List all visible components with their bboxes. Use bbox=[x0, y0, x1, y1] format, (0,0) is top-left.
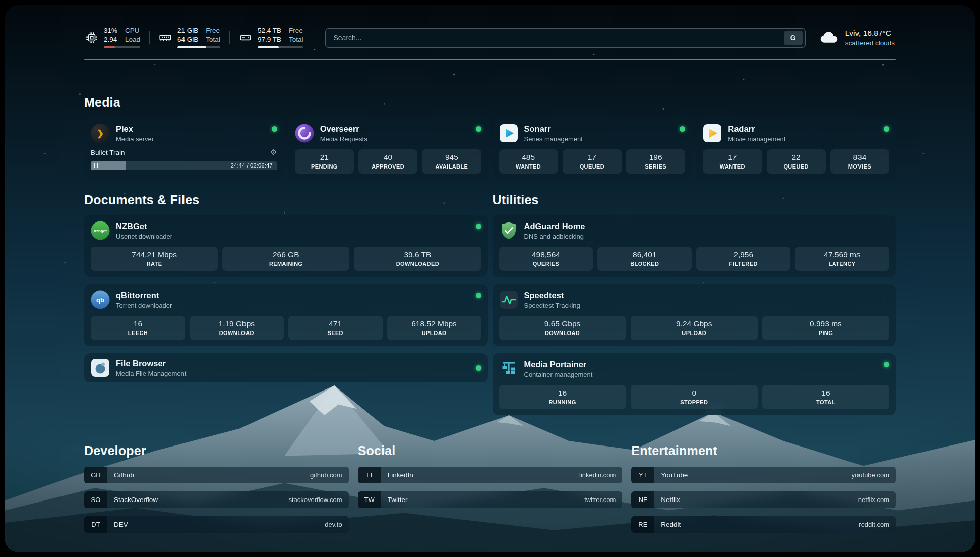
bookmark-name: Netflix bbox=[661, 496, 680, 504]
bookmark-abbr: LI bbox=[358, 467, 381, 483]
cpu-usage-value: 31% bbox=[104, 27, 117, 35]
gear-icon[interactable]: ⚙ bbox=[270, 148, 277, 157]
filebrowser-icon bbox=[91, 358, 110, 377]
status-dot bbox=[884, 126, 889, 132]
status-dot bbox=[680, 126, 685, 132]
status-dot bbox=[476, 224, 481, 229]
service-card-sonarr[interactable]: Sonarr Series management 485 WANTED 17 Q… bbox=[493, 118, 692, 180]
service-title: qBittorrent bbox=[116, 291, 172, 300]
search-bar[interactable]: G bbox=[325, 28, 805, 48]
service-card-portainer[interactable]: Media Portainer Container management 16 … bbox=[493, 353, 896, 415]
service-title: Sonarr bbox=[524, 124, 583, 134]
service-title: AdGuard Home bbox=[524, 221, 585, 231]
status-dot bbox=[272, 126, 277, 132]
bookmark-url: stackoverflow.com bbox=[288, 496, 342, 504]
stat-tile: 16 TOTAL bbox=[762, 385, 889, 409]
service-subtitle: Usenet downloader bbox=[116, 233, 172, 240]
bookmark-abbr: TW bbox=[358, 491, 381, 508]
service-title: NZBGet bbox=[116, 221, 172, 231]
service-card-plex[interactable]: ❯ Plex Media server Bullet Train ⚙ bbox=[84, 118, 284, 180]
stat-tile: 22 QUEUED bbox=[767, 149, 826, 174]
bookmark-dev[interactable]: DT DEV dev.to bbox=[84, 516, 349, 533]
bookmark-abbr: SO bbox=[84, 491, 107, 508]
service-subtitle: Torrent downloader bbox=[116, 302, 172, 309]
service-subtitle: Speedtest Tracking bbox=[524, 302, 580, 309]
service-subtitle: Container management bbox=[524, 371, 593, 378]
service-card-adguard[interactable]: AdGuard Home DNS and adblocking 498,564 … bbox=[493, 215, 896, 277]
bookmarks-entertainment: Entertainment YT YouTube youtube.com NF … bbox=[631, 443, 896, 541]
bookmark-abbr: YT bbox=[631, 467, 654, 483]
service-subtitle: Movie management bbox=[728, 135, 785, 143]
sonarr-icon bbox=[499, 124, 518, 143]
service-card-radarr[interactable]: Radarr Movie management 17 WANTED 22 QUE… bbox=[696, 118, 896, 180]
bookmark-stackoverflow[interactable]: SO StackOverflow stackoverflow.com bbox=[84, 491, 349, 508]
bookmark-reddit[interactable]: RE Reddit reddit.com bbox=[631, 516, 896, 533]
bookmark-name: Twitter bbox=[388, 496, 408, 504]
stat-tile: 39.6 TB DOWNLOADED bbox=[354, 247, 481, 271]
service-card-speedtest[interactable]: Speedtest Speedtest Tracking 9.65 Gbps D… bbox=[493, 284, 896, 346]
service-subtitle: Media Requests bbox=[320, 135, 368, 143]
service-card-qbittorrent[interactable]: qb qBittorrent Torrent downloader bbox=[84, 284, 488, 346]
memory-icon bbox=[159, 31, 172, 44]
service-card-filebrowser[interactable]: File Browser Media File Management bbox=[84, 353, 488, 382]
pause-icon[interactable] bbox=[94, 163, 98, 168]
service-card-nzbget[interactable]: nzbget NZBGet Usenet downloader 74 bbox=[84, 215, 488, 277]
bookmark-abbr: NF bbox=[631, 491, 654, 508]
media-heading: Media bbox=[84, 95, 896, 110]
service-title: Media Portainer bbox=[524, 360, 593, 369]
stat-tile: 498,564 QUERIES bbox=[499, 247, 593, 271]
app-frame: 31% 2.94 CPU Load bbox=[0, 0, 980, 557]
bookmark-abbr: RE bbox=[631, 516, 654, 533]
utilities-heading: Utilities bbox=[493, 193, 896, 207]
cpu-icon bbox=[85, 31, 98, 44]
weather-location-temp: Lviv, 16.87°C bbox=[845, 29, 895, 38]
top-bar: 31% 2.94 CPU Load bbox=[84, 23, 896, 52]
nzbget-icon: nzbget bbox=[91, 221, 110, 240]
bookmark-url: dev.to bbox=[325, 521, 342, 528]
bookmark-github[interactable]: GH Github github.com bbox=[84, 467, 349, 483]
stat-tile: 16 LEECH bbox=[91, 316, 185, 340]
stat-tile: 9.24 Gbps UPLOAD bbox=[631, 316, 758, 340]
cpu-load-value: 2.94 bbox=[104, 36, 117, 44]
disk-widget: 52.4 TB 97.9 TB Free Total bbox=[230, 27, 313, 49]
bookmark-name: DEV bbox=[114, 521, 128, 528]
service-card-overseerr[interactable]: Overseerr Media Requests 21 PENDING 40 A… bbox=[288, 118, 488, 180]
documents-section: Documents & Files nzbget bbox=[84, 193, 488, 415]
disk-total-value: 97.9 TB bbox=[258, 36, 281, 44]
disk-free-value: 52.4 TB bbox=[258, 27, 281, 35]
media-section: Media ❯ Plex Media server Bullet Train bbox=[84, 95, 896, 180]
stat-tile: 17 QUEUED bbox=[563, 149, 622, 174]
disk-usage-bar bbox=[258, 46, 303, 48]
stat-tile: 744.21 Mbps RATE bbox=[91, 247, 218, 271]
weather-widget: Lviv, 16.87°C scattered clouds bbox=[819, 29, 896, 47]
bookmark-url: github.com bbox=[310, 471, 342, 479]
radarr-icon bbox=[703, 124, 722, 143]
disk-icon bbox=[239, 31, 252, 44]
bookmark-linkedin[interactable]: LI LinkedIn linkedin.com bbox=[358, 467, 623, 483]
bookmark-netflix[interactable]: NF Netflix netflix.com bbox=[631, 491, 896, 508]
bookmark-name: LinkedIn bbox=[388, 471, 413, 479]
plex-icon: ❯ bbox=[91, 124, 110, 143]
entertainment-heading: Entertainment bbox=[631, 443, 896, 458]
bookmark-url: youtube.com bbox=[852, 471, 889, 479]
bookmarks-developer: Developer GH Github github.com SO StackO… bbox=[84, 443, 349, 541]
stat-tile: 0.993 ms PING bbox=[762, 316, 889, 340]
memory-total-label: Total bbox=[206, 36, 220, 44]
utilities-section: Utilities bbox=[493, 193, 896, 415]
dashboard-screen: 31% 2.94 CPU Load bbox=[5, 5, 975, 552]
bookmark-name: Github bbox=[114, 471, 134, 479]
social-heading: Social bbox=[358, 443, 623, 458]
service-subtitle: Series management bbox=[524, 135, 583, 143]
search-engine-button[interactable]: G bbox=[784, 31, 803, 45]
cpu-usage-bar bbox=[104, 46, 140, 48]
bookmark-url: linkedin.com bbox=[579, 471, 616, 479]
playback-progress-bar[interactable]: 24:44 / 02:06:47 bbox=[91, 161, 277, 170]
memory-usage-bar bbox=[177, 46, 220, 48]
bookmark-youtube[interactable]: YT YouTube youtube.com bbox=[631, 467, 896, 483]
bookmark-twitter[interactable]: TW Twitter twitter.com bbox=[358, 491, 623, 508]
developer-heading: Developer bbox=[84, 443, 349, 458]
search-input[interactable] bbox=[333, 34, 783, 42]
adguard-icon bbox=[499, 221, 518, 240]
bookmark-url: twitter.com bbox=[584, 496, 616, 504]
memory-widget: 21 GiB 64 GiB Free Total bbox=[150, 27, 229, 49]
